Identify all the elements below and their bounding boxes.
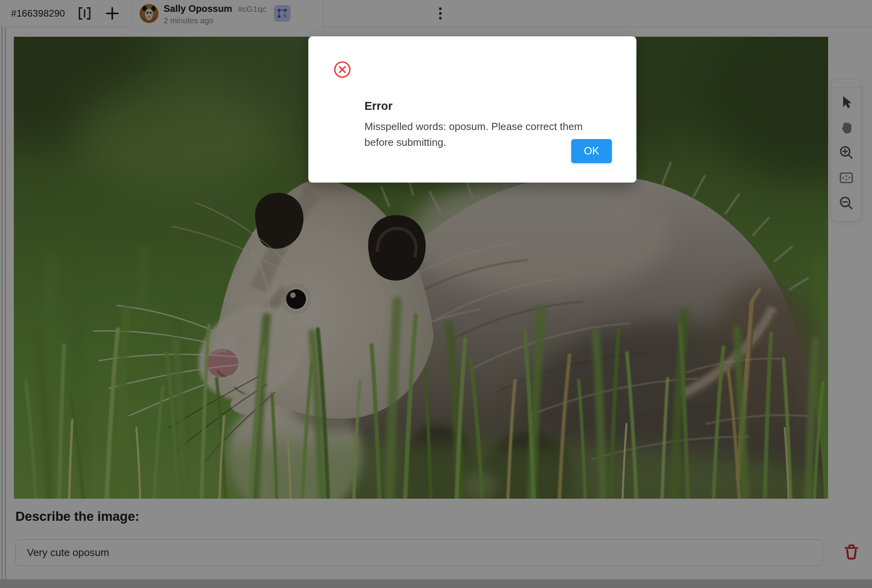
ok-button[interactable]: OK — [571, 139, 612, 163]
dialog-title: Error — [364, 100, 393, 113]
error-circle-x-icon — [334, 61, 351, 78]
error-dialog: Error Misspelled words: oposum. Please c… — [308, 36, 636, 183]
error-circle-x-glyph — [334, 61, 351, 78]
annotation-app: #166398290 — [0, 0, 872, 588]
